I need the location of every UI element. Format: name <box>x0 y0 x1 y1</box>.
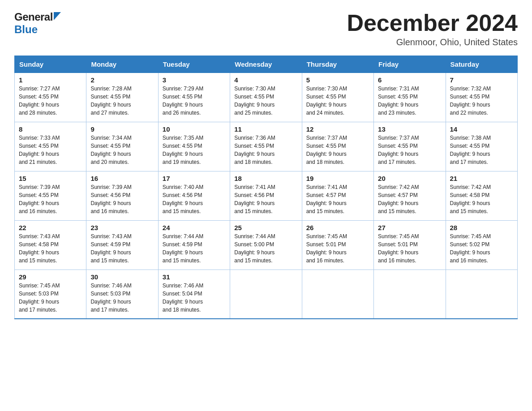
calendar-cell: 9Sunrise: 7:34 AMSunset: 4:55 PMDaylight… <box>86 122 158 171</box>
calendar-cell: 16Sunrise: 7:39 AMSunset: 4:56 PMDayligh… <box>86 171 158 220</box>
day-number: 31 <box>163 273 226 281</box>
cell-info: Sunrise: 7:32 AMSunset: 4:55 PMDaylight:… <box>450 85 513 117</box>
cell-info: Sunrise: 7:31 AMSunset: 4:55 PMDaylight:… <box>378 85 441 117</box>
cell-info: Sunrise: 7:46 AMSunset: 5:03 PMDaylight:… <box>90 282 154 314</box>
cell-info: Sunrise: 7:46 AMSunset: 5:04 PMDaylight:… <box>163 282 226 314</box>
cell-info: Sunrise: 7:39 AMSunset: 4:56 PMDaylight:… <box>90 183 154 215</box>
cell-info: Sunrise: 7:39 AMSunset: 4:55 PMDaylight:… <box>19 183 82 215</box>
calendar-cell: 8Sunrise: 7:33 AMSunset: 4:55 PMDaylight… <box>15 122 86 171</box>
calendar-cell: 20Sunrise: 7:42 AMSunset: 4:57 PMDayligh… <box>374 171 446 220</box>
day-number: 25 <box>234 224 297 231</box>
calendar-cell: 23Sunrise: 7:43 AMSunset: 4:59 PMDayligh… <box>86 220 158 270</box>
day-number: 14 <box>450 125 513 133</box>
day-number: 29 <box>19 273 82 281</box>
cell-info: Sunrise: 7:41 AMSunset: 4:57 PMDaylight:… <box>306 183 369 215</box>
calendar-cell <box>446 270 517 319</box>
calendar-cell: 30Sunrise: 7:46 AMSunset: 5:03 PMDayligh… <box>86 270 158 319</box>
cell-info: Sunrise: 7:36 AMSunset: 4:55 PMDaylight:… <box>234 134 297 166</box>
calendar-cell: 19Sunrise: 7:41 AMSunset: 4:57 PMDayligh… <box>302 171 373 220</box>
cell-info: Sunrise: 7:28 AMSunset: 4:55 PMDaylight:… <box>90 85 154 117</box>
cell-info: Sunrise: 7:37 AMSunset: 4:55 PMDaylight:… <box>378 134 441 166</box>
calendar-week-row: 15Sunrise: 7:39 AMSunset: 4:55 PMDayligh… <box>15 171 518 220</box>
weekday-header-wednesday: Wednesday <box>230 56 302 73</box>
day-number: 27 <box>378 224 441 231</box>
calendar-cell: 7Sunrise: 7:32 AMSunset: 4:55 PMDaylight… <box>446 73 517 122</box>
weekday-header-friday: Friday <box>374 56 446 73</box>
calendar-cell: 25Sunrise: 7:44 AMSunset: 5:00 PMDayligh… <box>230 220 302 270</box>
day-number: 10 <box>163 125 226 133</box>
cell-info: Sunrise: 7:30 AMSunset: 4:55 PMDaylight:… <box>234 85 297 117</box>
calendar-cell: 14Sunrise: 7:38 AMSunset: 4:55 PMDayligh… <box>446 122 517 171</box>
cell-info: Sunrise: 7:45 AMSunset: 5:01 PMDaylight:… <box>378 232 441 265</box>
calendar-cell: 4Sunrise: 7:30 AMSunset: 4:55 PMDaylight… <box>230 73 302 122</box>
calendar-cell: 3Sunrise: 7:29 AMSunset: 4:55 PMDaylight… <box>158 73 230 122</box>
cell-info: Sunrise: 7:35 AMSunset: 4:55 PMDaylight:… <box>163 134 226 166</box>
cell-info: Sunrise: 7:34 AMSunset: 4:55 PMDaylight:… <box>90 134 154 166</box>
calendar-cell: 15Sunrise: 7:39 AMSunset: 4:55 PMDayligh… <box>15 171 86 220</box>
calendar-cell: 27Sunrise: 7:45 AMSunset: 5:01 PMDayligh… <box>374 220 446 270</box>
calendar-cell <box>230 270 302 319</box>
calendar-cell: 17Sunrise: 7:40 AMSunset: 4:56 PMDayligh… <box>158 171 230 220</box>
calendar-cell: 10Sunrise: 7:35 AMSunset: 4:55 PMDayligh… <box>158 122 230 171</box>
calendar-table: SundayMondayTuesdayWednesdayThursdayFrid… <box>14 56 518 320</box>
cell-info: Sunrise: 7:37 AMSunset: 4:55 PMDaylight:… <box>306 134 369 166</box>
calendar-week-row: 22Sunrise: 7:43 AMSunset: 4:58 PMDayligh… <box>15 220 518 270</box>
cell-info: Sunrise: 7:27 AMSunset: 4:55 PMDaylight:… <box>19 85 82 117</box>
cell-info: Sunrise: 7:29 AMSunset: 4:55 PMDaylight:… <box>163 85 226 117</box>
day-number: 28 <box>450 224 513 231</box>
calendar-cell <box>302 270 373 319</box>
day-number: 21 <box>450 175 513 182</box>
logo-triangle-icon <box>54 12 61 22</box>
cell-info: Sunrise: 7:40 AMSunset: 4:56 PMDaylight:… <box>163 183 226 215</box>
cell-info: Sunrise: 7:43 AMSunset: 4:59 PMDaylight:… <box>90 232 154 265</box>
logo: General Blue <box>14 11 61 36</box>
calendar-header-row: SundayMondayTuesdayWednesdayThursdayFrid… <box>15 56 518 73</box>
weekday-header-sunday: Sunday <box>15 56 86 73</box>
calendar-cell: 5Sunrise: 7:30 AMSunset: 4:55 PMDaylight… <box>302 73 373 122</box>
cell-info: Sunrise: 7:41 AMSunset: 4:56 PMDaylight:… <box>234 183 297 215</box>
day-number: 6 <box>378 76 441 84</box>
day-number: 24 <box>163 224 226 231</box>
svg-marker-0 <box>54 12 61 20</box>
weekday-header-saturday: Saturday <box>446 56 517 73</box>
weekday-header-tuesday: Tuesday <box>158 56 230 73</box>
day-number: 22 <box>19 224 82 231</box>
day-number: 7 <box>450 76 513 84</box>
month-title: December 2024 <box>347 11 518 35</box>
day-number: 9 <box>90 125 154 133</box>
day-number: 1 <box>19 76 82 84</box>
calendar-cell: 2Sunrise: 7:28 AMSunset: 4:55 PMDaylight… <box>86 73 158 122</box>
day-number: 18 <box>234 175 297 182</box>
location-text: Glenmoor, Ohio, United States <box>347 37 518 47</box>
day-number: 8 <box>19 125 82 133</box>
cell-info: Sunrise: 7:33 AMSunset: 4:55 PMDaylight:… <box>19 134 82 166</box>
day-number: 11 <box>234 125 297 133</box>
calendar-cell: 18Sunrise: 7:41 AMSunset: 4:56 PMDayligh… <box>230 171 302 220</box>
cell-info: Sunrise: 7:42 AMSunset: 4:58 PMDaylight:… <box>450 183 513 215</box>
cell-info: Sunrise: 7:44 AMSunset: 4:59 PMDaylight:… <box>163 232 226 265</box>
day-number: 2 <box>90 76 154 84</box>
cell-info: Sunrise: 7:45 AMSunset: 5:01 PMDaylight:… <box>306 232 369 265</box>
calendar-cell: 12Sunrise: 7:37 AMSunset: 4:55 PMDayligh… <box>302 122 373 171</box>
day-number: 16 <box>90 175 154 182</box>
day-number: 13 <box>378 125 441 133</box>
cell-info: Sunrise: 7:30 AMSunset: 4:55 PMDaylight:… <box>306 85 369 117</box>
calendar-cell: 26Sunrise: 7:45 AMSunset: 5:01 PMDayligh… <box>302 220 373 270</box>
logo-blue-text: Blue <box>14 23 38 36</box>
day-number: 23 <box>90 224 154 231</box>
day-number: 12 <box>306 125 369 133</box>
calendar-cell: 28Sunrise: 7:45 AMSunset: 5:02 PMDayligh… <box>446 220 517 270</box>
day-number: 19 <box>306 175 369 182</box>
calendar-cell: 22Sunrise: 7:43 AMSunset: 4:58 PMDayligh… <box>15 220 86 270</box>
cell-info: Sunrise: 7:44 AMSunset: 5:00 PMDaylight:… <box>234 232 297 265</box>
calendar-cell: 31Sunrise: 7:46 AMSunset: 5:04 PMDayligh… <box>158 270 230 319</box>
calendar-cell: 6Sunrise: 7:31 AMSunset: 4:55 PMDaylight… <box>374 73 446 122</box>
day-number: 17 <box>163 175 226 182</box>
title-block: December 2024 Glenmoor, Ohio, United Sta… <box>347 11 518 47</box>
logo-general-text: General <box>14 11 53 23</box>
cell-info: Sunrise: 7:42 AMSunset: 4:57 PMDaylight:… <box>378 183 441 215</box>
day-number: 20 <box>378 175 441 182</box>
day-number: 3 <box>163 76 226 84</box>
cell-info: Sunrise: 7:38 AMSunset: 4:55 PMDaylight:… <box>450 134 513 166</box>
cell-info: Sunrise: 7:43 AMSunset: 4:58 PMDaylight:… <box>19 232 82 265</box>
